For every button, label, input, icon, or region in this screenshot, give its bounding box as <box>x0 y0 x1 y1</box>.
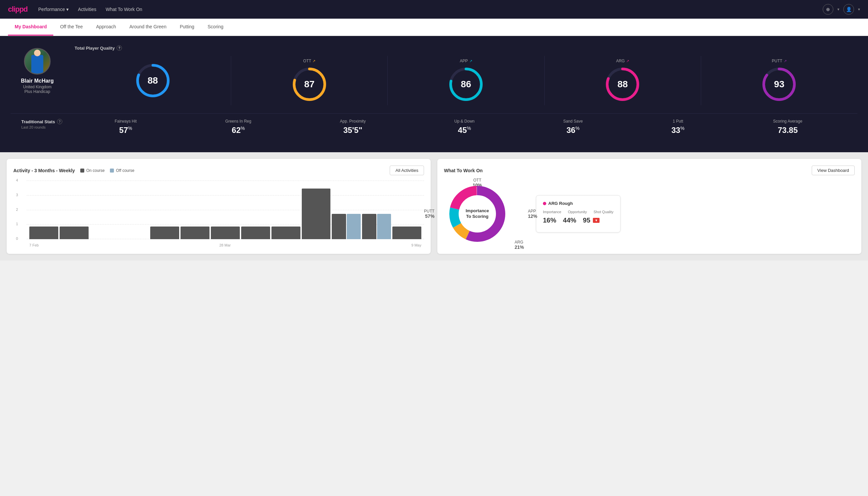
stat-sandsave: Sand Save 36% <box>563 119 583 135</box>
info-stat-opportunity: Opportunity <box>568 210 587 214</box>
ring-putt: 93 <box>761 66 798 103</box>
info-val-opportunity: 44% <box>563 217 576 224</box>
wtwo-header: What To Work On View Dashboard <box>444 166 855 175</box>
player-info: Blair McHarg United Kingdom Plus Handica… <box>11 45 64 94</box>
hero-top: Blair McHarg United Kingdom Plus Handica… <box>11 45 857 105</box>
tabs-bar: My Dashboard Off the Tee Approach Around… <box>0 19 868 36</box>
stat-fairways: Fairways Hit 57% <box>114 119 137 135</box>
tab-putting[interactable]: Putting <box>173 19 201 36</box>
score-arg: ARG ↗ 88 <box>545 56 701 105</box>
add-button[interactable]: ⊕ <box>823 4 833 15</box>
bar-group <box>362 214 391 239</box>
bar-group <box>180 227 209 239</box>
legend-dot-offcourse <box>110 169 114 173</box>
info-dot <box>543 202 546 205</box>
view-dashboard-button[interactable]: View Dashboard <box>812 166 855 175</box>
info-vals-row: 16% 44% 95 ▼ <box>543 217 614 224</box>
player-name: Blair McHarg <box>21 78 54 84</box>
stat-proximity-val: 35'5" <box>340 126 366 135</box>
legend-oncourse: On course <box>80 168 105 173</box>
help-icon-stats[interactable]: ? <box>57 119 62 124</box>
bar-oncourse <box>60 227 89 239</box>
arg-donut-label: ARG 21% <box>515 240 524 250</box>
putt-label: PUTT ↗ <box>772 59 786 63</box>
nav-right: ⊕ ▾ 👤 ▾ <box>823 4 860 15</box>
nav-activities[interactable]: Activities <box>78 7 96 12</box>
all-activities-button[interactable]: All Activities <box>390 166 424 175</box>
activity-card-header: Activity - 3 Months - Weekly On course O… <box>13 166 424 175</box>
plus-icon: ⊕ <box>826 7 830 12</box>
bar-oncourse <box>211 227 240 239</box>
info-card-wrapper: ARG Rough Importance Opportunity Shot Qu… <box>536 195 620 233</box>
bar-group <box>302 188 331 239</box>
tab-around-the-green[interactable]: Around the Green <box>123 19 173 36</box>
tab-my-dashboard[interactable]: My Dashboard <box>8 19 53 36</box>
info-stat-importance: Importance <box>543 210 561 214</box>
nav-what-to-work-on[interactable]: What To Work On <box>106 7 142 12</box>
nav-performance[interactable]: Performance ▾ <box>38 7 68 12</box>
legend-dot-oncourse <box>80 169 84 173</box>
app-logo: clippd <box>8 5 28 14</box>
activity-card: Activity - 3 Months - Weekly On course O… <box>7 159 431 254</box>
tab-approach[interactable]: Approach <box>89 19 123 36</box>
score-cards: 88 OTT ↗ 87 <box>75 56 857 105</box>
stat-oneputt-val: 33% <box>672 126 684 135</box>
x-label-feb: 7 Feb <box>29 243 38 247</box>
user-button[interactable]: 👤 <box>843 4 854 15</box>
bars-area <box>27 181 424 239</box>
bar-oncourse <box>392 227 421 239</box>
stats-label: Traditional Stats ? Last 20 rounds <box>21 119 62 129</box>
hero-section: Blair McHarg United Kingdom Plus Handica… <box>0 36 868 152</box>
info-stats-row: Importance Opportunity Shot Quality <box>543 210 614 214</box>
bar-chart: 4 3 2 1 0 7 Feb 28 Mar 9 May <box>13 181 424 247</box>
nav-links: Performance ▾ Activities What To Work On <box>38 7 812 12</box>
metrics-label: Total Player Quality ? <box>75 45 857 51</box>
ring-ott: 87 <box>291 66 328 103</box>
wtwo-title: What To Work On <box>444 168 483 173</box>
stat-scoring: Scoring Average 73.85 <box>773 119 802 135</box>
bar-group <box>392 227 421 239</box>
bar-group <box>60 227 89 239</box>
info-stat-shotquality: Shot Quality <box>594 210 614 214</box>
stats-row: Traditional Stats ? Last 20 rounds Fairw… <box>11 113 857 143</box>
avatar-figure <box>31 55 43 74</box>
arrow-up-icon-4: ↗ <box>784 59 787 63</box>
score-putt: PUTT ↗ 93 <box>701 56 857 105</box>
arrow-up-icon-3: ↗ <box>626 59 629 63</box>
bar-oncourse <box>29 227 58 239</box>
score-app: APP ↗ 86 <box>388 56 544 105</box>
bar-group <box>150 227 179 239</box>
donut-center: ImportanceTo Scoring <box>465 208 489 219</box>
x-label-may: 9 May <box>411 243 421 247</box>
stat-gir-val: 62% <box>225 126 251 135</box>
arrow-up-icon-2: ↗ <box>469 59 472 63</box>
bar-group <box>271 227 300 239</box>
navbar: clippd Performance ▾ Activities What To … <box>0 0 868 19</box>
donut-section: OTT 10% APP 12% ARG 21% PUTT 57% <box>444 181 855 247</box>
stat-sandsave-val: 36% <box>563 126 583 135</box>
help-icon[interactable]: ? <box>116 45 122 51</box>
flag-icon: ▼ <box>593 218 600 223</box>
stat-fairways-val: 57% <box>114 126 137 135</box>
chevron-down-icon-2: ▾ <box>858 7 860 12</box>
player-country: United Kingdom <box>23 84 51 89</box>
stat-scoring-val: 73.85 <box>773 126 802 135</box>
bar-oncourse <box>241 227 270 239</box>
activity-title: Activity - 3 Months - Weekly <box>13 168 75 173</box>
chevron-down-icon: ▾ <box>66 7 68 12</box>
arg-label: ARG ↗ <box>616 59 629 63</box>
card-header-left: Activity - 3 Months - Weekly On course O… <box>13 168 134 173</box>
bar-group <box>332 214 361 239</box>
stat-updown: Up & Down 45% <box>454 119 475 135</box>
avatar <box>24 48 51 75</box>
stat-gir: Greens In Reg 62% <box>225 119 251 135</box>
ott-label: OTT ↗ <box>303 59 315 63</box>
tab-scoring[interactable]: Scoring <box>201 19 230 36</box>
legend-offcourse: Off course <box>110 168 134 173</box>
score-ott: OTT ↗ 87 <box>231 56 388 105</box>
x-label-mar: 28 Mar <box>219 243 231 247</box>
info-val-shotquality: 95 ▼ <box>583 217 600 224</box>
tab-off-the-tee[interactable]: Off the Tee <box>53 19 89 36</box>
bar-group <box>29 227 58 239</box>
player-handicap: Plus Handicap <box>24 89 50 94</box>
